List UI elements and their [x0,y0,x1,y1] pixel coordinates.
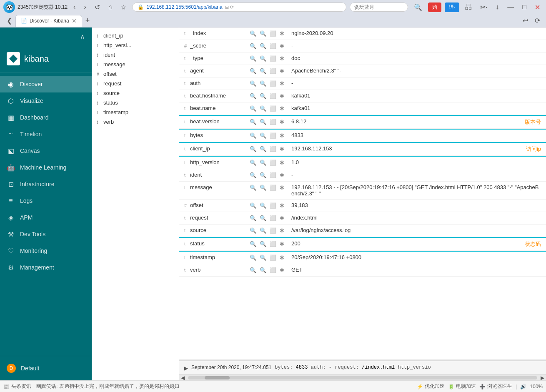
filter-out-btn-verb[interactable]: 🔍 [258,267,268,274]
field-item-request[interactable]: t request [92,79,179,88]
close-button[interactable]: ✕ [532,2,543,12]
filter-for-btn-_index[interactable]: 🔍 [248,30,258,37]
news-item[interactable]: 📰 头条资讯 [3,383,31,390]
filter-out-btn-agent[interactable]: 🔍 [258,67,268,75]
filter-out-btn-http_version[interactable]: 🔍 [258,159,268,166]
filter-for-btn-source[interactable]: 🔍 [248,227,258,234]
back-button[interactable]: ‹ [71,2,78,12]
filter-for-btn-_type[interactable]: 🔍 [248,55,258,62]
scroll-left-button[interactable]: ◀ [179,375,186,381]
field-item-status[interactable]: t status [92,98,179,107]
filter-for-btn-http_version[interactable]: 🔍 [248,159,258,166]
sidebar-item-management[interactable]: ⚙ Management [0,259,92,276]
sort-btn-request[interactable]: ✱ [278,215,286,222]
scroll-right-button[interactable]: ▶ [539,375,546,381]
sort-btn-verb[interactable]: ✱ [278,267,286,274]
filter-for-btn-request[interactable]: 🔍 [248,215,258,222]
sidebar-item-dev-tools[interactable]: ⚒ Dev Tools [0,226,92,242]
filter-for-btn-verb[interactable]: 🔍 [248,267,258,274]
toggle-col-btn-beat.name[interactable]: ⬜ [268,105,278,112]
filter-for-btn-bytes[interactable]: 🔍 [248,132,258,139]
filter-out-btn-_type[interactable]: 🔍 [258,55,268,62]
field-item-offset[interactable]: # offset [92,69,179,79]
tab-close-button[interactable]: ✕ [72,17,77,24]
sort-btn-beat.version[interactable]: ✱ [278,118,286,125]
sort-btn-_index[interactable]: ✱ [278,30,286,37]
sort-btn-client_ip[interactable]: ✱ [278,145,286,152]
filter-for-btn-beat.version[interactable]: 🔍 [248,118,258,125]
health-item[interactable]: ➕ 浏览器医生 [479,383,512,390]
filter-for-btn-ident[interactable]: 🔍 [248,172,258,179]
minimize-button[interactable]: — [505,2,516,12]
field-item-source[interactable]: t source [92,88,179,98]
toggle-col-btn-status[interactable]: ⬜ [268,240,278,247]
filter-for-btn-message[interactable]: 🔍 [248,184,258,191]
toggle-col-btn-client_ip[interactable]: ⬜ [268,145,278,152]
sort-btn-source[interactable]: ✱ [278,227,286,234]
toggle-col-btn-verb[interactable]: ⬜ [268,267,278,274]
sort-btn-auth[interactable]: ✱ [278,80,286,87]
sidebar-item-default[interactable]: D Default [0,360,92,377]
sort-btn-message[interactable]: ✱ [278,184,286,191]
filter-for-btn-beat.hostname[interactable]: 🔍 [248,92,258,100]
sort-btn-http_version[interactable]: ✱ [278,159,286,166]
toggle-col-btn-_score[interactable]: ⬜ [268,42,278,50]
toggle-col-btn-agent[interactable]: ⬜ [268,67,278,75]
sort-btn-offset[interactable]: ✱ [278,202,286,209]
scroll-thumb[interactable] [205,376,230,380]
filter-out-btn-ident[interactable]: 🔍 [258,172,268,179]
sort-btn-bytes[interactable]: ✱ [278,132,286,139]
buy-button[interactable]: 购 [428,2,441,12]
sort-btn-agent[interactable]: ✱ [278,67,286,75]
translate-button[interactable]: 译· [445,2,459,12]
sidebar-item-monitoring[interactable]: ♡ Monitoring [0,242,92,259]
filter-out-btn-auth[interactable]: 🔍 [258,80,268,87]
filter-for-btn-offset[interactable]: 🔍 [248,202,258,209]
grid-button[interactable]: 品 [463,2,474,12]
toggle-col-btn-http_version[interactable]: ⬜ [268,159,278,166]
toggle-col-btn-offset[interactable]: ⬜ [268,202,278,209]
browser-tab[interactable]: 📄 Discover - Kibana ✕ [15,15,82,27]
filter-out-btn-timestamp[interactable]: 🔍 [258,254,268,261]
filter-for-btn-_score[interactable]: 🔍 [248,42,258,50]
toggle-col-btn-beat.hostname[interactable]: ⬜ [268,92,278,100]
sidebar-item-discover[interactable]: ◉ Discover [0,76,92,92]
filter-for-btn-client_ip[interactable]: 🔍 [248,145,258,152]
log-expand-button[interactable]: ▶ [184,365,188,371]
filter-out-btn-beat.version[interactable]: 🔍 [258,118,268,125]
home-button[interactable]: ⌂ [106,2,115,12]
horizontal-scrollbar[interactable]: ◀ ▶ [179,375,546,380]
power-item[interactable]: 🔋 电脑加速 [448,383,476,390]
toggle-col-btn-source[interactable]: ⬜ [268,227,278,234]
toggle-col-btn-_type[interactable]: ⬜ [268,55,278,62]
sidebar-item-apm[interactable]: ◈ APM [0,209,92,226]
filter-out-btn-client_ip[interactable]: 🔍 [258,145,268,152]
filter-for-btn-auth[interactable]: 🔍 [248,80,258,87]
filter-out-btn-source[interactable]: 🔍 [258,227,268,234]
sort-btn-ident[interactable]: ✱ [278,172,286,179]
sort-btn-beat.name[interactable]: ✱ [278,105,286,112]
filter-for-btn-agent[interactable]: 🔍 [248,67,258,75]
sort-btn-_score[interactable]: ✱ [278,42,286,50]
filter-out-btn-beat.name[interactable]: 🔍 [258,105,268,112]
filter-for-btn-timestamp[interactable]: 🔍 [248,254,258,261]
filter-out-btn-_score[interactable]: 🔍 [258,42,268,50]
optimize-item[interactable]: ⚡ 优化加速 [417,383,445,390]
filter-out-btn-request[interactable]: 🔍 [258,215,268,222]
search-button[interactable]: 🔍 [411,2,425,12]
field-item-http-versi---[interactable]: t http_versi... [92,40,179,50]
filter-for-btn-status[interactable]: 🔍 [248,240,258,247]
sidebar-item-timelion[interactable]: ~ Timelion [0,126,92,142]
toggle-col-btn-request[interactable]: ⬜ [268,215,278,222]
tab-history-button[interactable]: ⟳ [532,16,543,25]
sort-btn-beat.hostname[interactable]: ✱ [278,92,286,100]
sidebar-collapse-button[interactable]: ∧ [77,29,88,44]
forward-button[interactable]: › [81,2,88,12]
filter-out-btn-offset[interactable]: 🔍 [258,202,268,209]
toggle-col-btn-ident[interactable]: ⬜ [268,172,278,179]
sidebar-item-machine-learning[interactable]: 🤖 Machine Learning [0,159,92,176]
filter-out-btn-status[interactable]: 🔍 [258,240,268,247]
toggle-col-btn-message[interactable]: ⬜ [268,184,278,191]
field-item-timestamp[interactable]: t timestamp [92,107,179,117]
address-bar[interactable]: 🔒 192.168.112.155:5601/app/kibana ⊞ ⟳ [132,2,346,12]
